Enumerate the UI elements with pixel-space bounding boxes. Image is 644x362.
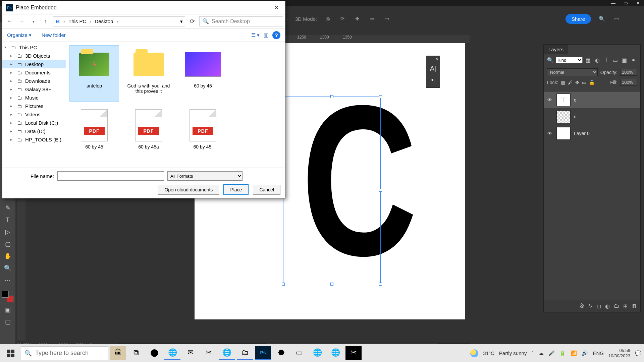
zoom-tool[interactable]: 🔍 (3, 263, 12, 273)
layer-filter-kind[interactable]: Kind (556, 57, 583, 63)
transform-handle[interactable] (330, 95, 333, 98)
view-mode-button[interactable]: ☰ ▾ (251, 32, 260, 38)
battery-icon[interactable]: 🔋 (559, 350, 566, 356)
filter-type-icon[interactable]: T (603, 56, 610, 64)
screen-mode-icon[interactable]: ▢ (3, 317, 12, 326)
blend-mode-select[interactable]: Normal (547, 68, 598, 76)
edit-toolbar[interactable]: ⋯ (3, 276, 12, 285)
fill-input[interactable] (620, 79, 637, 86)
tree-item[interactable]: ▸🗀Videos (2, 110, 66, 119)
layer-row[interactable]: c (544, 108, 640, 125)
transform-handle[interactable] (330, 283, 333, 286)
visibility-toggle[interactable]: 👁 (546, 97, 553, 103)
breadcrumb-segment[interactable]: Desktop (95, 18, 113, 24)
paragraph-icon[interactable]: ¶ (426, 75, 440, 87)
workspace-icon[interactable]: ▭ (612, 15, 621, 23)
type-tool[interactable]: T (3, 215, 12, 225)
search-input[interactable]: 🔍 Search Desktop (199, 16, 283, 26)
tree-item[interactable]: ▸🗀HP_TOOLS (E:) (2, 135, 66, 144)
camera-icon[interactable]: ▭ (383, 15, 391, 23)
transform-handle[interactable] (379, 283, 382, 286)
window-minimize-button[interactable]: — (611, 0, 615, 6)
file-item[interactable]: 60 by 45 (178, 45, 228, 102)
taskbar-capcut[interactable]: ✂ (345, 346, 362, 360)
layer-row[interactable]: 👁 T c (544, 91, 640, 108)
taskbar-search[interactable]: 🔍 Type here to search (21, 346, 108, 360)
file-grid[interactable]: 🦌antelopGod is with you, and this proves… (66, 42, 285, 168)
taskbar-explorer[interactable]: 🗂 (237, 346, 253, 360)
share-button[interactable]: Share (566, 14, 591, 24)
path-select-tool[interactable]: ▷ (3, 227, 12, 237)
new-folder-button[interactable]: New folder (42, 32, 66, 38)
quick-mask-icon[interactable]: ▣ (3, 305, 12, 314)
taskbar-app[interactable]: ▭ (291, 346, 307, 360)
color-swatches[interactable] (2, 291, 13, 302)
lock-image-icon[interactable]: 🖌 (568, 80, 573, 85)
forward-button[interactable]: → (16, 16, 26, 26)
filter-toggle-icon[interactable]: ● (630, 56, 637, 64)
recent-chevron-icon[interactable]: ▾ (29, 16, 39, 26)
layer-row[interactable]: 👁 Layer 0 (544, 125, 640, 141)
tree-item[interactable]: ▸🗀Pictures (2, 102, 66, 110)
tray-chevron-icon[interactable]: ˄ (531, 350, 534, 356)
task-view-button[interactable]: ⧉ (128, 346, 144, 360)
tree-item[interactable]: ▸🗀Documents (2, 68, 66, 77)
foreground-color-swatch[interactable] (2, 291, 9, 298)
pen-tool[interactable]: ✎ (3, 203, 12, 213)
close-icon[interactable]: ✕ (426, 56, 440, 62)
file-format-select[interactable]: All Formats (167, 171, 243, 181)
pan-icon[interactable]: ✥ (353, 15, 361, 23)
weather-desc[interactable]: Partly sunny (499, 350, 527, 356)
transform-bounding-box[interactable] (283, 97, 381, 284)
search-icon[interactable]: 🔍 (598, 15, 606, 23)
refresh-button[interactable]: ⟳ (187, 16, 197, 26)
taskbar-app[interactable]: ⬤ (146, 346, 162, 360)
start-button[interactable] (3, 346, 19, 360)
layer-thumb[interactable] (556, 127, 571, 140)
orbit-icon[interactable]: ◎ (324, 15, 332, 23)
tree-item[interactable]: ▾🗀This PC (2, 43, 66, 52)
layer-name[interactable]: Layer 0 (574, 131, 590, 136)
tree-item[interactable]: ▸🗀Music (2, 94, 66, 102)
search-icon[interactable]: 🔍 (547, 57, 554, 63)
file-item[interactable]: PDF60 by 45 (69, 106, 119, 163)
organize-menu[interactable]: Organize ▾ (7, 32, 32, 38)
transform-handle[interactable] (379, 95, 382, 98)
cancel-button[interactable]: Cancel (253, 185, 280, 195)
system-clock[interactable]: 05:59 10/30/2023 (608, 348, 630, 358)
link-layers-icon[interactable]: ⛓ (579, 303, 585, 309)
close-icon[interactable]: ✕ (271, 4, 282, 11)
adjustment-icon[interactable]: ◐ (605, 303, 610, 309)
taskbar-snip[interactable]: ✂ (201, 346, 217, 360)
back-button[interactable]: ← (4, 16, 14, 26)
taskbar-chrome[interactable]: 🌐 (164, 346, 180, 360)
chevron-down-icon[interactable]: ▾ (180, 18, 183, 24)
window-restore-button[interactable]: ▭ (624, 0, 628, 6)
filter-pixel-icon[interactable]: ▦ (585, 56, 592, 64)
new-layer-icon[interactable]: ⊞ (623, 303, 628, 309)
lock-all-icon[interactable]: 🔒 (589, 80, 595, 85)
hand-tool[interactable]: ✋ (3, 251, 12, 261)
onedrive-icon[interactable]: ☁ (539, 350, 544, 356)
mic-icon[interactable]: 🎤 (548, 350, 555, 356)
filter-smart-icon[interactable]: ▣ (621, 56, 628, 64)
taskbar-mail[interactable]: ✉ (182, 346, 199, 360)
window-close-button[interactable]: ✕ (636, 0, 640, 6)
filter-adjust-icon[interactable]: ◐ (594, 56, 601, 64)
up-button[interactable]: ↑ (41, 16, 51, 26)
layer-thumb[interactable] (556, 110, 571, 123)
taskbar-app[interactable]: ⬣ (273, 346, 289, 360)
mask-icon[interactable]: ◻ (597, 303, 601, 309)
group-icon[interactable]: 🗀 (614, 303, 619, 309)
volume-icon[interactable]: 🔊 (582, 350, 588, 356)
file-item[interactable]: God is with you, and this proves it (124, 45, 173, 102)
navigation-tree[interactable]: ▾🗀This PC▸🗀3D Objects▸🗀Desktop▸🗀Document… (2, 42, 66, 168)
roll-icon[interactable]: ⟳ (338, 15, 346, 23)
language-indicator[interactable]: ENG (593, 350, 604, 356)
transform-handle[interactable] (282, 283, 285, 286)
layer-name[interactable]: c (574, 114, 576, 119)
weather-temp[interactable]: 31°C (483, 350, 494, 356)
breadcrumb[interactable]: 🖥 › This PC › Desktop › ▾ (53, 16, 185, 26)
tree-item[interactable]: ▸🗀Downloads (2, 77, 66, 85)
tree-item[interactable]: ▸🗀Local Disk (C:) (2, 119, 66, 127)
